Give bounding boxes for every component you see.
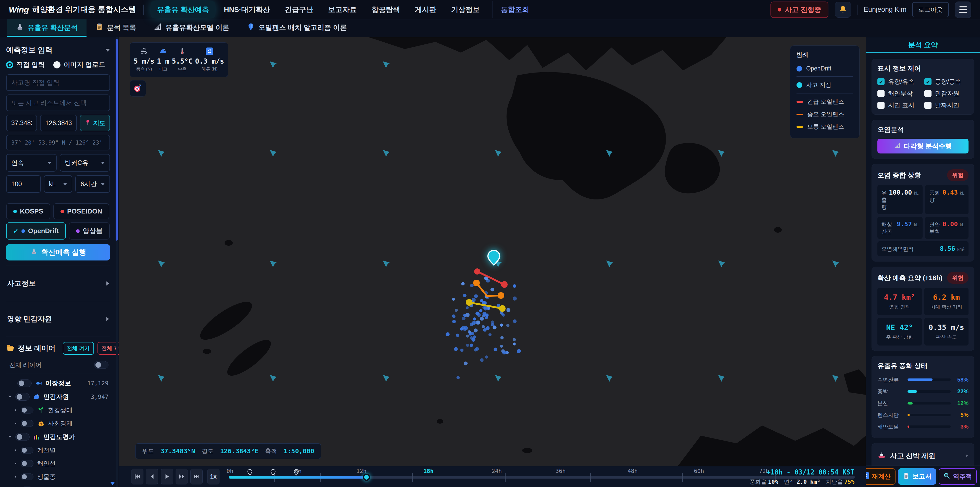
layers-all-on-button[interactable]: 전체 켜기 — [63, 342, 94, 355]
expand-caret-icon[interactable] — [8, 436, 12, 438]
notifications-button[interactable] — [835, 2, 851, 18]
nav-item-기상정보[interactable]: 기상정보 — [445, 1, 486, 18]
step-back-button[interactable] — [146, 469, 158, 484]
forecast-value: NE 42° — [886, 323, 913, 332]
radio-direct-input[interactable]: 직접 입력 — [6, 60, 45, 69]
weather-value: 5 m/s — [134, 57, 154, 65]
incident-list-input[interactable] — [6, 94, 110, 111]
layer-toggle[interactable] — [21, 420, 33, 427]
expand-caret-icon[interactable] — [15, 476, 16, 478]
incident-name-input[interactable] — [6, 74, 110, 91]
model-chip-group: KOSPSPOSEIDON✓OpenDrift앙상블 — [6, 203, 110, 240]
herb-icon — [37, 406, 45, 414]
model-chip-KOSPS[interactable]: KOSPS — [6, 203, 50, 219]
nav-item-통합조회[interactable]: 통합조회 — [493, 1, 535, 18]
waveicon-icon — [33, 393, 40, 401]
checkbox-민감자원[interactable]: 민감자원 — [924, 89, 969, 97]
accordion-incident-info[interactable]: 사고정보 — [6, 271, 110, 296]
weather-cell-해류 (N): 0.3 m/s해류 (N) — [195, 48, 224, 72]
layer-toggle[interactable] — [15, 433, 30, 441]
nav-item-긴급구난[interactable]: 긴급구난 — [279, 1, 320, 18]
layer-toggle[interactable] — [21, 447, 33, 454]
action-button-보고서[interactable]: 보고서 — [898, 468, 936, 485]
layer-toggle[interactable] — [15, 393, 30, 401]
checkbox-해안부착[interactable]: 해안부착 — [877, 89, 922, 97]
forecast-value: 0.35 m/s — [928, 323, 964, 332]
timeline-stat-차단율: 차단율 75% — [826, 478, 854, 486]
tab-유출유확산모델 이론[interactable]: 유출유확산모델 이론 — [145, 19, 238, 37]
nav-item-보고자료[interactable]: 보고자료 — [322, 1, 363, 18]
target-tool-button[interactable] — [130, 80, 146, 97]
expand-caret-icon[interactable] — [8, 396, 12, 398]
logout-button[interactable]: 로그아웃 — [912, 2, 949, 18]
timeline-label-0h: 0h — [227, 468, 234, 474]
weathering-펜스차단: 펜스차단5% — [877, 409, 969, 421]
checkbox-풍향/풍속[interactable]: 풍향/풍속 — [924, 78, 969, 86]
model-chip-OpenDrift[interactable]: ✓OpenDrift — [6, 222, 66, 240]
timeline-thumb[interactable] — [363, 474, 370, 481]
legend-line-icon — [797, 126, 803, 128]
nav-item-항공탐색[interactable]: 항공탐색 — [366, 1, 406, 18]
play-button[interactable] — [161, 469, 173, 484]
unit-select[interactable]: kL — [44, 175, 73, 193]
accordion-impact-resources[interactable]: 영향 민감자원 — [6, 307, 110, 332]
layer-toggle[interactable] — [21, 407, 33, 414]
expand-caret-icon[interactable] — [15, 422, 16, 425]
sidebar-scrollbar[interactable] — [116, 37, 118, 487]
model-chip-앙상블[interactable]: 앙상블 — [69, 222, 110, 240]
scrollbar-thumb[interactable] — [116, 39, 118, 241]
tab-분석 목록[interactable]: 분석 목록 — [86, 19, 145, 37]
stat-value: 0.00 — [942, 220, 958, 228]
fast-forward-button[interactable] — [176, 469, 188, 484]
skip-start-button[interactable] — [131, 469, 143, 484]
nav-item-게시판[interactable]: 게시판 — [409, 1, 442, 18]
run-forecast-button[interactable]: 확산예측 실행 — [6, 244, 110, 260]
pollution-analysis-card: 오염분석다각형 분석수행 — [872, 120, 974, 159]
incident-location-pin[interactable] — [487, 250, 501, 267]
checkbox-유향/유속[interactable]: 유향/유속 — [877, 78, 922, 86]
spill-type-value: 연속 — [11, 158, 24, 167]
expand-caret-icon[interactable] — [15, 409, 16, 411]
collapse-caret-icon[interactable] — [105, 49, 110, 51]
checkbox-시간 표시[interactable]: 시간 표시 — [877, 101, 922, 109]
nav-item-HNS·대기확산[interactable]: HNS·대기확산 — [218, 1, 276, 18]
oil-type-select[interactable]: 벙커C유 — [60, 154, 110, 172]
map-canvas[interactable]: 5 m/s풍속 (N)1 m파고5.5°C수온0.3 m/s해류 (N) 범례 … — [119, 37, 865, 466]
layer-label: 해안선 — [37, 460, 56, 468]
nav-item-유출유 확산예측[interactable]: 유출유 확산예측 — [151, 1, 215, 18]
wind-icon — [140, 48, 148, 56]
timeline-label-60h: 60h — [694, 468, 704, 474]
layer-row-생물종: 생물종 — [6, 470, 110, 484]
tab-유출유 확산분석[interactable]: 유출유 확산분석 — [7, 19, 86, 37]
menu-button[interactable] — [955, 2, 971, 18]
input-panel-title: 예측정보 입력 — [6, 45, 52, 55]
expand-caret-icon[interactable] — [15, 462, 16, 465]
longitude-input[interactable] — [40, 115, 77, 131]
playback-speed-button[interactable]: 1x — [207, 469, 220, 484]
accordion-label: 영향 민감자원 — [7, 314, 52, 324]
spill-type-select[interactable]: 연속 — [6, 154, 57, 172]
latitude-input[interactable] — [6, 115, 37, 131]
logo-mark: Wing — [9, 5, 29, 14]
legend-label: 사고 지점 — [806, 81, 831, 89]
collapsed-card-사고 선박 제원[interactable]: 사고 선박 제원 — [872, 443, 974, 469]
tab-오일펜스 배치 알고리즘 이론[interactable]: 오일펜스 배치 알고리즘 이론 — [238, 19, 356, 37]
duration-select[interactable]: 6시간 — [75, 175, 110, 193]
radio-image-upload[interactable]: 이미지 업로드 — [53, 60, 105, 69]
shielddrop-icon — [247, 23, 255, 33]
model-chip-POSEIDON[interactable]: POSEIDON — [53, 203, 109, 219]
layers-all-off-button[interactable]: 전체 끄기 — [97, 342, 119, 355]
checkbox-날짜시간[interactable]: 날짜시간 — [924, 101, 969, 109]
layer-toggle[interactable] — [18, 380, 32, 387]
expand-caret-icon[interactable] — [15, 449, 16, 452]
amount-input[interactable] — [6, 175, 41, 193]
chevron-down-icon — [101, 162, 105, 164]
polygon-analysis-button[interactable]: 다각형 분석수행 — [877, 139, 969, 153]
map-pick-button[interactable]: 지도 — [80, 115, 110, 131]
layer-toggle[interactable] — [21, 473, 33, 481]
timeline-label-12h: 12h — [356, 468, 366, 474]
skip-end-button[interactable] — [190, 469, 203, 484]
master-layer-toggle[interactable] — [94, 361, 108, 369]
action-button-역추적[interactable]: 역추적 — [939, 468, 977, 485]
layer-toggle[interactable] — [21, 460, 33, 467]
